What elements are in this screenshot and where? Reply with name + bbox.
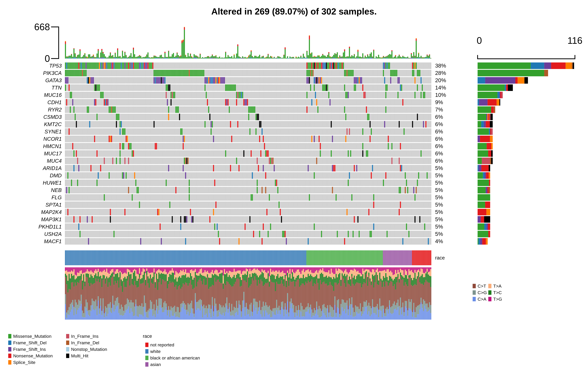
gene-percent-MAP2K4: 5%: [435, 209, 443, 215]
legend-item-in_frame_ins-swatch: [66, 334, 69, 338]
gene-label-GATA3: GATA3: [45, 78, 62, 83]
gene-label-HUWE1: HUWE1: [43, 180, 62, 186]
legend-item-titv-CtoA-label: C>A: [478, 296, 486, 302]
legend-item-titv-TtoG-label: T>G: [493, 296, 502, 302]
gene-label-PIK3CA: PIK3CA: [43, 70, 62, 76]
gene-label-SYNE1: SYNE1: [44, 129, 62, 134]
gene-label-SPTA1: SPTA1: [46, 202, 62, 208]
legend-item-titv-CtoG-swatch: [472, 290, 476, 295]
legend-item-in_frame_ins-label: In_Frame_Ins: [71, 334, 98, 339]
tmb-axis-max-label: 668: [34, 22, 50, 32]
gene-label-NEB: NEB: [51, 187, 62, 193]
gene-percent-GATA3: 20%: [435, 77, 446, 84]
gene-percent-HUWE1: 5%: [435, 180, 443, 186]
gene-percent-FLG: 5%: [435, 194, 443, 200]
legend-item-race-black-or-african-american-label: black or african american: [150, 355, 200, 361]
oncoplot-figure: Altered in 269 (89.07%) of 302 samples. …: [0, 0, 588, 392]
gene-percent-MUC16: 10%: [435, 92, 446, 98]
legend-item-nonstop_mutation-swatch: [66, 347, 69, 352]
legend-item-titv-TtoC-label: T>C: [493, 290, 502, 295]
legend-item-nonstop_mutation-label: Nonstop_Mutation: [71, 346, 107, 352]
legend-item-race-black-or-african-american-swatch: [145, 356, 148, 360]
legend-item-titv-TtoC-swatch: [488, 290, 492, 295]
gene-label-PKHD1L1: PKHD1L1: [38, 224, 62, 230]
legend-item-nonsense_mutation-swatch: [8, 354, 11, 358]
race-legend-title: race: [143, 334, 152, 339]
tmb-axis-min-label: 0: [45, 53, 50, 64]
gene-percent-PKHD1L1: 5%: [435, 224, 443, 230]
gene-percent-NEB: 5%: [435, 187, 443, 193]
legend-item-titv-CtoG-label: C>G: [478, 290, 487, 295]
legend-item-multi_hit-swatch: [66, 354, 69, 358]
legend-item-frame_shift_ins-label: Frame_Shift_Ins: [13, 346, 46, 352]
gene-barplot-axis-min-label: 0: [477, 35, 482, 46]
legend-item-missense_mutation-swatch: [8, 334, 11, 338]
legend-item-titv-TtoG-swatch: [488, 297, 492, 301]
gene-percent-NCOR1: 6%: [435, 136, 443, 142]
gene-label-CSMD3: CSMD3: [44, 114, 62, 120]
gene-label-MUC16: MUC16: [44, 92, 62, 98]
gene-percent-SYNE1: 6%: [435, 128, 443, 135]
gene-label-MAP3K1: MAP3K1: [41, 216, 62, 222]
legend-item-race-asian-swatch: [145, 362, 148, 367]
gene-percent-KMT2C: 6%: [435, 121, 443, 128]
gene-percent-MAP3K1: 5%: [435, 216, 443, 222]
gene-percent-RYR2: 7%: [435, 106, 443, 113]
gene-percent-DMD: 5%: [435, 172, 443, 178]
gene-percent-PIK3CA: 28%: [435, 70, 446, 76]
gene-label-TTN: TTN: [52, 85, 62, 91]
legend-item-titv-CtoT-label: C>T: [478, 283, 486, 289]
gene-barplot-axis-max-label: 116: [568, 35, 582, 46]
gene-label-CDH1: CDH1: [48, 100, 62, 105]
legend-item-frame_shift_del-label: Frame_Shift_Del: [13, 340, 46, 346]
legend-item-titv-CtoA-swatch: [472, 297, 476, 301]
legend-item-multi_hit-label: Multi_Hit: [71, 353, 88, 358]
legend-item-race-white-label: white: [150, 348, 160, 354]
legend-item-missense_mutation-label: Missense_Mutation: [13, 334, 52, 339]
legend-item-race-not-reported-label: not reported: [150, 342, 174, 348]
gene-label-MACF1: MACF1: [44, 238, 62, 244]
gene-label-HMCN1: HMCN1: [43, 143, 62, 149]
gene-percent-ARID1A: 5%: [435, 165, 443, 171]
gene-label-MUC17: MUC17: [44, 151, 62, 156]
legend-item-race-white-swatch: [145, 349, 148, 354]
gene-label-DMD: DMD: [50, 172, 62, 178]
gene-percent-MACF1: 4%: [435, 238, 443, 244]
race-track-label: race: [435, 255, 445, 261]
legend-item-nonsense_mutation-label: Nonsense_Mutation: [13, 353, 53, 358]
legend-item-in_frame_del-label: In_Frame_Del: [71, 340, 99, 346]
gene-percent-CDH1: 9%: [435, 99, 443, 106]
gene-percent-MUC17: 6%: [435, 150, 443, 157]
gene-label-MUC4: MUC4: [47, 158, 62, 164]
gene-label-KMT2C: KMT2C: [44, 122, 62, 127]
legend-item-frame_shift_ins-swatch: [8, 347, 11, 352]
gene-percent-TP53: 38%: [435, 62, 446, 69]
gene-label-MAP2K4: MAP2K4: [41, 209, 62, 215]
legend-item-race-asian-label: asian: [150, 362, 161, 367]
legend-item-titv-CtoT-swatch: [472, 284, 476, 288]
legend-item-race-not-reported-swatch: [145, 342, 148, 347]
gene-label-FLG: FLG: [52, 194, 62, 200]
gene-percent-CSMD3: 6%: [435, 114, 443, 120]
gene-label-NCOR1: NCOR1: [44, 136, 62, 142]
gene-percent-HMCN1: 6%: [435, 143, 443, 149]
oncoprint-canvas: [0, 0, 588, 392]
gene-percent-SPTA1: 5%: [435, 202, 443, 208]
gene-percent-TTN: 14%: [435, 84, 446, 91]
legend-item-titv-TtoA-swatch: [488, 284, 492, 288]
gene-label-RYR2: RYR2: [48, 107, 62, 113]
gene-label-USH2A: USH2A: [44, 231, 62, 237]
legend-item-frame_shift_del-swatch: [8, 340, 11, 345]
gene-label-TP53: TP53: [49, 63, 62, 69]
legend-item-in_frame_del-swatch: [66, 340, 69, 345]
legend-item-splice_site-swatch: [8, 360, 11, 364]
gene-percent-MUC4: 6%: [435, 158, 443, 164]
gene-label-ARID1A: ARID1A: [43, 165, 62, 171]
figure-title: Altered in 269 (89.07%) of 302 samples.: [211, 6, 377, 16]
legend-item-titv-TtoA-label: T>A: [493, 283, 502, 289]
gene-percent-USH2A: 5%: [435, 231, 443, 237]
legend-item-splice_site-label: Splice_Site: [13, 360, 36, 365]
